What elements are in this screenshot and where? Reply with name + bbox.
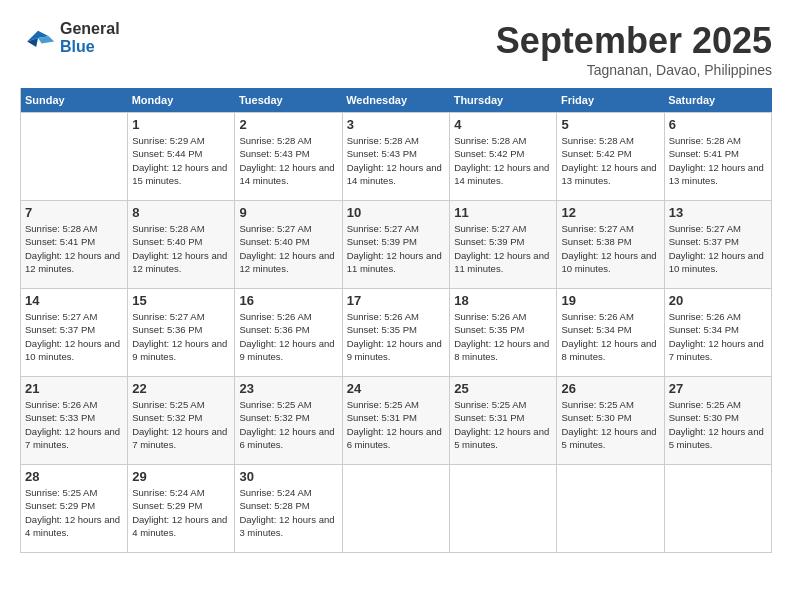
day-info: Sunrise: 5:29 AM Sunset: 5:44 PM Dayligh… (132, 134, 230, 187)
day-info: Sunrise: 5:27 AM Sunset: 5:36 PM Dayligh… (132, 310, 230, 363)
logo-icon (20, 23, 56, 53)
weekday-header-row: SundayMondayTuesdayWednesdayThursdayFrid… (21, 88, 772, 113)
calendar-cell: 19Sunrise: 5:26 AM Sunset: 5:34 PM Dayli… (557, 289, 664, 377)
calendar-week-row: 7Sunrise: 5:28 AM Sunset: 5:41 PM Daylig… (21, 201, 772, 289)
day-info: Sunrise: 5:27 AM Sunset: 5:39 PM Dayligh… (454, 222, 552, 275)
calendar-cell: 14Sunrise: 5:27 AM Sunset: 5:37 PM Dayli… (21, 289, 128, 377)
calendar-cell: 28Sunrise: 5:25 AM Sunset: 5:29 PM Dayli… (21, 465, 128, 553)
day-info: Sunrise: 5:28 AM Sunset: 5:43 PM Dayligh… (347, 134, 445, 187)
day-info: Sunrise: 5:28 AM Sunset: 5:43 PM Dayligh… (239, 134, 337, 187)
logo-text: General Blue (60, 20, 120, 56)
calendar-cell: 25Sunrise: 5:25 AM Sunset: 5:31 PM Dayli… (450, 377, 557, 465)
calendar-cell: 13Sunrise: 5:27 AM Sunset: 5:37 PM Dayli… (664, 201, 771, 289)
day-info: Sunrise: 5:28 AM Sunset: 5:41 PM Dayligh… (25, 222, 123, 275)
day-info: Sunrise: 5:24 AM Sunset: 5:28 PM Dayligh… (239, 486, 337, 539)
day-number: 6 (669, 117, 767, 132)
weekday-header: Saturday (664, 88, 771, 113)
day-number: 18 (454, 293, 552, 308)
day-number: 19 (561, 293, 659, 308)
day-number: 11 (454, 205, 552, 220)
calendar-cell: 15Sunrise: 5:27 AM Sunset: 5:36 PM Dayli… (128, 289, 235, 377)
day-info: Sunrise: 5:28 AM Sunset: 5:40 PM Dayligh… (132, 222, 230, 275)
day-info: Sunrise: 5:25 AM Sunset: 5:32 PM Dayligh… (239, 398, 337, 451)
calendar-cell: 12Sunrise: 5:27 AM Sunset: 5:38 PM Dayli… (557, 201, 664, 289)
calendar-week-row: 1Sunrise: 5:29 AM Sunset: 5:44 PM Daylig… (21, 113, 772, 201)
calendar-cell: 11Sunrise: 5:27 AM Sunset: 5:39 PM Dayli… (450, 201, 557, 289)
calendar-cell: 6Sunrise: 5:28 AM Sunset: 5:41 PM Daylig… (664, 113, 771, 201)
day-info: Sunrise: 5:28 AM Sunset: 5:42 PM Dayligh… (454, 134, 552, 187)
weekday-header: Wednesday (342, 88, 449, 113)
day-number: 10 (347, 205, 445, 220)
calendar-cell: 26Sunrise: 5:25 AM Sunset: 5:30 PM Dayli… (557, 377, 664, 465)
day-info: Sunrise: 5:25 AM Sunset: 5:29 PM Dayligh… (25, 486, 123, 539)
page-header: General Blue September 2025 Tagnanan, Da… (20, 20, 772, 78)
day-info: Sunrise: 5:24 AM Sunset: 5:29 PM Dayligh… (132, 486, 230, 539)
weekday-header: Friday (557, 88, 664, 113)
day-number: 20 (669, 293, 767, 308)
day-info: Sunrise: 5:27 AM Sunset: 5:37 PM Dayligh… (25, 310, 123, 363)
calendar-cell (342, 465, 449, 553)
calendar-week-row: 28Sunrise: 5:25 AM Sunset: 5:29 PM Dayli… (21, 465, 772, 553)
day-number: 5 (561, 117, 659, 132)
calendar-week-row: 14Sunrise: 5:27 AM Sunset: 5:37 PM Dayli… (21, 289, 772, 377)
day-info: Sunrise: 5:27 AM Sunset: 5:39 PM Dayligh… (347, 222, 445, 275)
weekday-header: Monday (128, 88, 235, 113)
day-info: Sunrise: 5:25 AM Sunset: 5:32 PM Dayligh… (132, 398, 230, 451)
day-number: 12 (561, 205, 659, 220)
calendar-cell: 9Sunrise: 5:27 AM Sunset: 5:40 PM Daylig… (235, 201, 342, 289)
calendar-cell (557, 465, 664, 553)
day-info: Sunrise: 5:25 AM Sunset: 5:31 PM Dayligh… (454, 398, 552, 451)
day-info: Sunrise: 5:26 AM Sunset: 5:34 PM Dayligh… (561, 310, 659, 363)
calendar-cell: 21Sunrise: 5:26 AM Sunset: 5:33 PM Dayli… (21, 377, 128, 465)
day-number: 23 (239, 381, 337, 396)
day-number: 7 (25, 205, 123, 220)
calendar-cell (21, 113, 128, 201)
day-number: 21 (25, 381, 123, 396)
day-number: 16 (239, 293, 337, 308)
calendar-cell: 18Sunrise: 5:26 AM Sunset: 5:35 PM Dayli… (450, 289, 557, 377)
location: Tagnanan, Davao, Philippines (496, 62, 772, 78)
day-number: 24 (347, 381, 445, 396)
calendar-cell: 20Sunrise: 5:26 AM Sunset: 5:34 PM Dayli… (664, 289, 771, 377)
month-title: September 2025 (496, 20, 772, 62)
weekday-header: Tuesday (235, 88, 342, 113)
day-number: 26 (561, 381, 659, 396)
day-info: Sunrise: 5:26 AM Sunset: 5:34 PM Dayligh… (669, 310, 767, 363)
calendar-cell: 10Sunrise: 5:27 AM Sunset: 5:39 PM Dayli… (342, 201, 449, 289)
day-info: Sunrise: 5:26 AM Sunset: 5:35 PM Dayligh… (347, 310, 445, 363)
day-info: Sunrise: 5:27 AM Sunset: 5:38 PM Dayligh… (561, 222, 659, 275)
day-info: Sunrise: 5:26 AM Sunset: 5:33 PM Dayligh… (25, 398, 123, 451)
calendar-cell (450, 465, 557, 553)
day-number: 22 (132, 381, 230, 396)
weekday-header: Thursday (450, 88, 557, 113)
day-number: 4 (454, 117, 552, 132)
day-number: 8 (132, 205, 230, 220)
calendar-cell: 4Sunrise: 5:28 AM Sunset: 5:42 PM Daylig… (450, 113, 557, 201)
day-info: Sunrise: 5:26 AM Sunset: 5:36 PM Dayligh… (239, 310, 337, 363)
calendar-cell: 2Sunrise: 5:28 AM Sunset: 5:43 PM Daylig… (235, 113, 342, 201)
calendar-cell: 16Sunrise: 5:26 AM Sunset: 5:36 PM Dayli… (235, 289, 342, 377)
day-info: Sunrise: 5:25 AM Sunset: 5:30 PM Dayligh… (561, 398, 659, 451)
day-number: 25 (454, 381, 552, 396)
calendar-cell: 1Sunrise: 5:29 AM Sunset: 5:44 PM Daylig… (128, 113, 235, 201)
calendar-table: SundayMondayTuesdayWednesdayThursdayFrid… (20, 88, 772, 553)
calendar-cell: 7Sunrise: 5:28 AM Sunset: 5:41 PM Daylig… (21, 201, 128, 289)
day-number: 17 (347, 293, 445, 308)
calendar-week-row: 21Sunrise: 5:26 AM Sunset: 5:33 PM Dayli… (21, 377, 772, 465)
calendar-cell: 3Sunrise: 5:28 AM Sunset: 5:43 PM Daylig… (342, 113, 449, 201)
logo: General Blue (20, 20, 120, 56)
day-info: Sunrise: 5:25 AM Sunset: 5:31 PM Dayligh… (347, 398, 445, 451)
calendar-cell: 5Sunrise: 5:28 AM Sunset: 5:42 PM Daylig… (557, 113, 664, 201)
day-info: Sunrise: 5:27 AM Sunset: 5:40 PM Dayligh… (239, 222, 337, 275)
day-number: 14 (25, 293, 123, 308)
calendar-cell: 27Sunrise: 5:25 AM Sunset: 5:30 PM Dayli… (664, 377, 771, 465)
weekday-header: Sunday (21, 88, 128, 113)
day-info: Sunrise: 5:25 AM Sunset: 5:30 PM Dayligh… (669, 398, 767, 451)
day-number: 2 (239, 117, 337, 132)
day-number: 29 (132, 469, 230, 484)
calendar-cell: 29Sunrise: 5:24 AM Sunset: 5:29 PM Dayli… (128, 465, 235, 553)
day-number: 9 (239, 205, 337, 220)
calendar-cell: 17Sunrise: 5:26 AM Sunset: 5:35 PM Dayli… (342, 289, 449, 377)
day-number: 13 (669, 205, 767, 220)
calendar-cell: 8Sunrise: 5:28 AM Sunset: 5:40 PM Daylig… (128, 201, 235, 289)
